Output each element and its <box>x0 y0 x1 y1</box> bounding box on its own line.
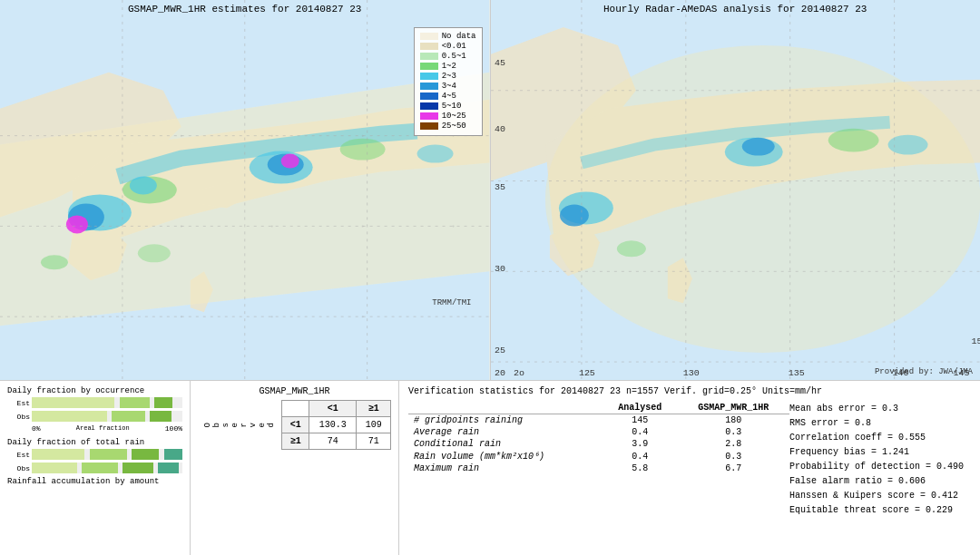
stats-row-2: Conditional rain 3.9 2.8 <box>408 438 789 450</box>
stats-col-analysed: Analysed <box>603 402 677 414</box>
legend-color-3-4 <box>420 83 438 90</box>
svg-text:135: 135 <box>788 368 804 378</box>
svg-point-20 <box>271 225 273 227</box>
stat-pod: Probability of detection = 0.490 <box>789 460 971 474</box>
pct-0-label: 0% <box>32 424 41 433</box>
legend-item: 10~25 <box>420 112 476 121</box>
legend-color-1-2 <box>420 63 438 70</box>
est-label-rain: Est <box>7 451 30 459</box>
svg-text:45: 45 <box>494 58 505 68</box>
svg-point-8 <box>281 154 299 169</box>
bar-row-est-rain: Est <box>7 449 182 460</box>
est-label-occ: Est <box>7 399 30 407</box>
legend-label-2-3: 2~3 <box>442 72 456 81</box>
bar-est-occurrence <box>32 397 182 408</box>
svg-point-39 <box>828 129 878 152</box>
legend-color-nodata <box>420 33 438 40</box>
stats-col-empty <box>408 402 603 414</box>
empty-corner <box>282 401 309 417</box>
stats-row-4: Maximum rain 5.8 6.7 <box>408 462 789 474</box>
contingency-title: GSMAP_MWR_1HR <box>198 386 391 396</box>
legend-color-lt001 <box>420 43 438 50</box>
stats-val-analysed-0: 145 <box>603 414 677 426</box>
stat-mean-abs-error: Mean abs error = 0.3 <box>789 402 971 416</box>
stats-label-0: # gridpoints raining <box>408 414 603 426</box>
bar-obs-occ-darkgreen <box>112 411 145 422</box>
contingency-table: Observed <1 ≥1 <1 130.3 109 ≥1 74 71 <box>198 400 391 450</box>
svg-point-38 <box>741 138 774 156</box>
contingency-panel: GSMAP_MWR_1HR Observed <1 ≥1 <1 130.3 10… <box>191 381 399 555</box>
svg-point-10 <box>417 145 454 163</box>
stat-false-alarm-ratio: False alarm ratio = 0.606 <box>789 474 971 489</box>
legend-color-25-50 <box>420 122 438 130</box>
cell-ge1-ge1: 71 <box>357 433 391 450</box>
legend-label-4-5: 4~5 <box>442 92 456 101</box>
stats-val-gsmap-2: 2.8 <box>677 438 789 450</box>
legend-item: 5~10 <box>420 102 476 111</box>
legend-label-25-50: 25~50 <box>442 122 466 131</box>
main-container: GSMAP_MWR_1HR estimates for 20140827 23 … <box>0 0 980 555</box>
bar-obs-occ-green <box>32 411 107 422</box>
stats-val-gsmap-4: 6.7 <box>677 462 789 474</box>
svg-text:125: 125 <box>578 368 594 378</box>
stat-equitable-threat: Equitable threat score = 0.229 <box>789 503 971 518</box>
bar-obs-occ-teal <box>150 411 171 422</box>
svg-text:35: 35 <box>494 183 505 193</box>
svg-point-41 <box>616 240 645 257</box>
est-col-lt1: <1 <box>309 401 357 417</box>
svg-point-40 <box>887 135 927 155</box>
chart-title-accumulation: Rainfall accumulation by amount <box>7 477 159 486</box>
right-map-title: Hourly Radar-AMeDAS analysis for 2014082… <box>491 4 981 15</box>
svg-point-11 <box>138 244 171 262</box>
stat-rms-error: RMS error = 0.8 <box>789 416 971 431</box>
bar-row-obs-occurrence: Obs <box>7 411 182 422</box>
legend-color-10-25 <box>420 112 438 120</box>
bar-est-rain-dg <box>90 449 128 460</box>
rainfall-accumulation-label: Rainfall accumulation by amount <box>7 477 182 486</box>
svg-text:20: 20 <box>494 368 505 378</box>
stats-val-gsmap-1: 0.3 <box>677 426 789 438</box>
svg-point-15 <box>271 135 273 137</box>
svg-point-13 <box>90 135 92 137</box>
stats-header-row: Analysed GSMAP_MWR_1HR <box>408 402 789 414</box>
legend-item: <0.01 <box>420 42 476 51</box>
bar-est-rain-green <box>32 449 84 460</box>
cell-lt1-lt1: 130.3 <box>309 417 357 433</box>
bar-obs-occurrence <box>32 411 182 422</box>
svg-point-34 <box>544 45 980 353</box>
stats-row-3: Rain volume (mm*km²x10⁶) 0.4 0.3 <box>408 450 789 462</box>
stats-val-analysed-4: 5.8 <box>603 462 677 474</box>
legend-item: No data <box>420 32 476 41</box>
svg-text:2o: 2o <box>513 368 524 378</box>
bar-est-occ-darkgreen <box>120 397 150 408</box>
legend-item: 2~3 <box>420 72 476 81</box>
svg-point-25 <box>271 316 273 317</box>
legend-color-2-3 <box>420 73 438 80</box>
stats-val-analysed-1: 0.4 <box>603 426 677 438</box>
svg-point-18 <box>90 225 92 227</box>
svg-point-36 <box>559 204 588 226</box>
pct-100-label: 100% <box>165 424 182 433</box>
axis-labels-occurrence: 0% Areal fraction 100% <box>7 424 182 433</box>
svg-point-23 <box>90 316 92 317</box>
charts-panel: Daily fraction by occurrence Est Obs <box>0 381 191 555</box>
observed-label-cell: Observed <box>198 401 282 450</box>
svg-text:40: 40 <box>494 124 505 134</box>
stats-label-2: Conditional rain <box>408 438 603 450</box>
legend: No data <0.01 0.5~1 1~2 2~3 <box>414 27 483 136</box>
areal-fraction-label: Areal fraction <box>76 424 130 433</box>
bar-est-occ-teal <box>154 397 172 408</box>
bar-obs-rain-cyan <box>158 462 179 473</box>
legend-label-lt001: <0.01 <box>442 42 466 51</box>
trmm-label: TRMM/TMI <box>432 298 471 307</box>
svg-point-22 <box>453 225 455 227</box>
legend-label-1-2: 1~2 <box>442 62 456 71</box>
obs-label-rain: Obs <box>7 464 30 472</box>
observed-vertical-label: Observed <box>203 423 276 427</box>
bar-row-est-occurrence: Est <box>7 397 182 408</box>
legend-color-05-1 <box>420 53 438 60</box>
stats-label-3: Rain volume (mm*km²x10⁶) <box>408 450 603 462</box>
maps-row: GSMAP_MWR_1HR estimates for 20140827 23 … <box>0 0 980 381</box>
left-map-title: GSMAP_MWR_1HR estimates for 20140827 23 <box>0 4 490 15</box>
bar-est-rain-cyan <box>164 449 182 460</box>
